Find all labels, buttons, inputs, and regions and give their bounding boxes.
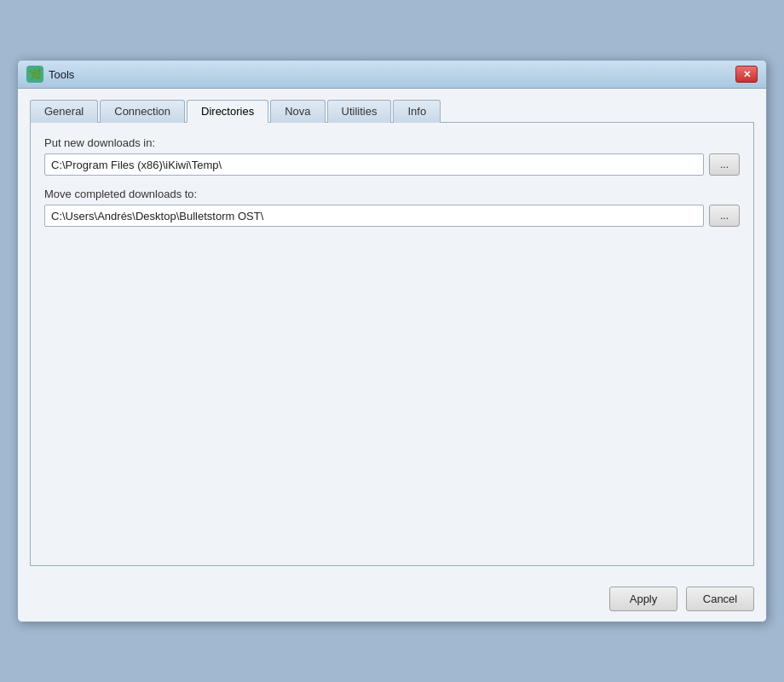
app-icon: 🌿 [26, 66, 43, 83]
tab-info[interactable]: Info [393, 100, 441, 123]
tab-nova[interactable]: Nova [270, 100, 325, 123]
downloads-field-row: ... [44, 153, 740, 176]
cancel-button[interactable]: Cancel [686, 587, 754, 611]
window-title: Tools [49, 68, 74, 81]
completed-field-row: ... [44, 205, 740, 227]
downloads-field-group: Put new downloads in: ... [44, 136, 740, 176]
tab-general[interactable]: General [30, 100, 98, 123]
tab-connection[interactable]: Connection [100, 100, 185, 123]
completed-browse-button[interactable]: ... [709, 205, 740, 227]
tab-utilities[interactable]: Utilities [327, 100, 392, 123]
tools-dialog: 🌿 Tools ✕ General Connection Directories… [17, 60, 767, 622]
main-content: General Connection Directories Nova Util… [18, 89, 766, 578]
downloads-path-input[interactable] [44, 153, 704, 176]
footer: Apply Cancel [18, 578, 766, 621]
completed-label: Move completed downloads to: [44, 188, 740, 200]
close-button[interactable]: ✕ [735, 66, 758, 83]
apply-button[interactable]: Apply [609, 587, 677, 611]
completed-path-input[interactable] [44, 205, 704, 227]
downloads-browse-button[interactable]: ... [709, 153, 740, 176]
tab-bar: General Connection Directories Nova Util… [30, 99, 754, 123]
tab-directories[interactable]: Directories [187, 100, 268, 123]
titlebar: 🌿 Tools ✕ [18, 61, 766, 89]
titlebar-left: 🌿 Tools [26, 66, 74, 83]
completed-field-group: Move completed downloads to: ... [44, 188, 740, 227]
directories-panel: Put new downloads in: ... Move completed… [30, 123, 754, 566]
downloads-label: Put new downloads in: [44, 136, 740, 149]
